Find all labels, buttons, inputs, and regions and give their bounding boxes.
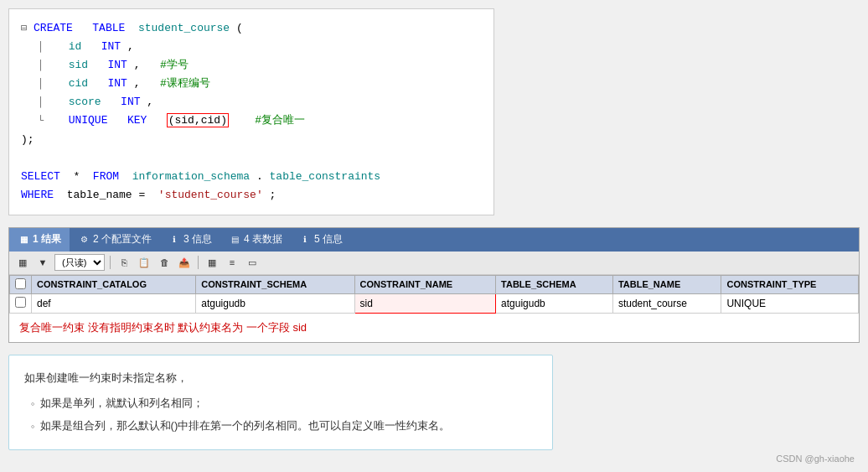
page-footer: CSDN @gh-xiaohe — [776, 454, 855, 464]
header-table-name: TABLE_NAME — [612, 275, 721, 293]
tab-results[interactable]: ▦ 1 结果 — [9, 228, 70, 252]
code-line-blank — [21, 149, 482, 168]
data-table: CONSTRAINT_CATALOG CONSTRAINT_SCHEMA CON… — [9, 275, 859, 314]
header-checkbox — [10, 275, 32, 293]
bullet-dot-1: ◦ — [31, 393, 35, 415]
row-checkbox-cell — [10, 293, 32, 313]
code-line-7: ); — [21, 131, 482, 149]
unique-key-highlight: (sid,cid) — [167, 113, 229, 127]
code-line-5: │ score INT , — [38, 93, 482, 112]
code-line-where: WHERE table_name = 'student_course' ; — [21, 186, 482, 205]
header-constraint-schema: CONSTRAINT_SCHEMA — [196, 275, 354, 293]
divider2 — [198, 256, 199, 269]
cell-table-schema: atguigudb — [496, 293, 613, 313]
table-icon: ▤ — [229, 234, 240, 246]
code-line-1: ⊟ CREATE TABLE student_course ( — [21, 19, 482, 38]
code-line-4: │ cid INT , #课程编号 — [38, 75, 482, 93]
cell-constraint-catalog: def — [32, 293, 196, 313]
table-name: student_course — [132, 22, 230, 34]
tabs-bar: ▦ 1 结果 ⚙ 2 个配置文件 ℹ 3 信息 ▤ 4 表数据 ℹ 5 信息 — [9, 228, 859, 252]
keyword-table: TABLE — [92, 22, 125, 34]
cell-table-name: student_course — [612, 293, 721, 313]
toolbar-export-btn[interactable]: 📤 — [176, 254, 193, 271]
tree-icon: ⊟ — [21, 20, 27, 37]
toolbar-delete-btn[interactable]: 🗑 — [156, 254, 173, 271]
toolbar: ▦ ▼ (只读) ⎘ 📋 🗑 📤 ▦ ≡ ▭ — [9, 252, 859, 275]
code-line-6: └ UNIQUE KEY (sid,cid) #复合唯一 — [38, 112, 482, 130]
code-line-select: SELECT * FROM information_schema . table… — [21, 168, 482, 186]
keyword-create: CREATE — [34, 22, 73, 34]
info-icon: ℹ — [168, 234, 180, 246]
toolbar-paste-btn[interactable]: 📋 — [136, 254, 152, 271]
cell-constraint-type: UNIQUE — [721, 293, 859, 313]
result-panel: ▦ 1 结果 ⚙ 2 个配置文件 ℹ 3 信息 ▤ 4 表数据 ℹ 5 信息 ▦… — [8, 227, 860, 343]
result-note: 复合唯一约束 没有指明约束名时 默认约束名为 一个字段 sid — [9, 314, 859, 342]
grid-icon: ▦ — [18, 234, 29, 246]
toolbar-list-view-btn[interactable]: ≡ — [224, 254, 240, 271]
select-all-checkbox[interactable] — [15, 278, 26, 289]
header-constraint-name: CONSTRAINT_NAME — [354, 275, 495, 293]
header-constraint-catalog: CONSTRAINT_CATALOG — [32, 275, 196, 293]
header-constraint-type: CONSTRAINT_TYPE — [721, 275, 859, 293]
cell-constraint-name: sid — [354, 293, 495, 313]
info-box: 如果创建唯一约束时未指定名称， ◦ 如果是单列，就默认和列名相同； ◦ 如果是组… — [8, 355, 553, 450]
row-checkbox[interactable] — [15, 297, 26, 308]
info-bullet-2: ◦ 如果是组合列，那么默认和()中排在第一个的列名相同。也可以自定义唯一性约束名… — [31, 415, 537, 438]
divider1 — [110, 256, 111, 269]
info2-icon: ℹ — [299, 234, 311, 246]
code-block: ⊟ CREATE TABLE student_course ( │ id INT… — [8, 8, 494, 215]
info-title: 如果创建唯一约束时未指定名称， — [24, 367, 537, 389]
table-header-row: CONSTRAINT_CATALOG CONSTRAINT_SCHEMA CON… — [10, 275, 859, 293]
tab-info2[interactable]: ℹ 5 信息 — [291, 228, 351, 252]
toolbar-form-view-btn[interactable]: ▭ — [244, 254, 261, 271]
tab-tabledata[interactable]: ▤ 4 表数据 — [220, 228, 291, 252]
cell-constraint-schema: atguigudb — [196, 293, 354, 313]
info-bullet-1: ◦ 如果是单列，就默认和列名相同； — [31, 392, 537, 415]
tab-info1[interactable]: ℹ 3 信息 — [160, 228, 220, 252]
toolbar-copy-btn[interactable]: ⎘ — [116, 254, 132, 271]
tab-config[interactable]: ⚙ 2 个配置文件 — [70, 228, 160, 252]
toolbar-table-view-btn[interactable]: ▦ — [204, 254, 220, 271]
header-table-schema: TABLE_SCHEMA — [496, 275, 613, 293]
toolbar-filter-btn[interactable]: ▼ — [34, 254, 51, 271]
config-icon: ⚙ — [78, 234, 90, 246]
table-row: def atguigudb sid atguigudb student_cour… — [10, 293, 859, 313]
table-container: CONSTRAINT_CATALOG CONSTRAINT_SCHEMA CON… — [9, 275, 859, 314]
readonly-select[interactable]: (只读) — [54, 254, 105, 271]
code-line-2: │ id INT , — [38, 38, 482, 56]
toolbar-grid-btn[interactable]: ▦ — [14, 254, 31, 271]
bullet-dot-2: ◦ — [31, 416, 35, 438]
code-line-3: │ sid INT , #学号 — [38, 56, 482, 75]
